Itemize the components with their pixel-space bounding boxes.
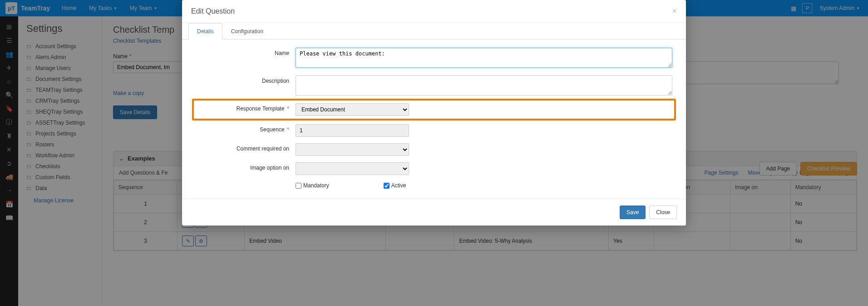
- modal-name-textarea[interactable]: Please view this document:: [296, 48, 672, 68]
- mandatory-checkbox-label[interactable]: Mandatory: [296, 182, 329, 189]
- modal-image-label: Image option on: [196, 162, 296, 171]
- tab-configuration[interactable]: Configuration: [222, 23, 272, 40]
- sequence-input[interactable]: [296, 124, 409, 137]
- comment-required-select[interactable]: [296, 143, 409, 156]
- tab-details[interactable]: Details: [188, 23, 222, 40]
- modal-comment-label: Comment required on: [196, 143, 296, 152]
- modal-name-label: Name: [196, 48, 296, 56]
- modal-description-label: Description: [196, 75, 296, 84]
- modal-header: Edit Question ×: [182, 0, 686, 23]
- modal-body: Name Please view this document: Descript…: [182, 40, 686, 199]
- modal-footer: Save Close: [182, 199, 686, 226]
- active-checkbox[interactable]: [384, 183, 390, 189]
- close-icon[interactable]: ×: [672, 6, 677, 16]
- response-template-highlight: Response Template* Embed Document: [192, 99, 676, 120]
- mandatory-checkbox[interactable]: [296, 183, 301, 189]
- modal-tabs: Details Configuration: [182, 23, 686, 40]
- active-checkbox-label[interactable]: Active: [384, 182, 406, 189]
- modal-title: Edit Question: [191, 7, 235, 15]
- modal-response-template-label: Response Template*: [196, 103, 296, 112]
- close-button[interactable]: Close: [649, 206, 677, 219]
- response-template-select[interactable]: Embed Document: [296, 103, 409, 116]
- edit-question-modal: Edit Question × Details Configuration Na…: [182, 0, 686, 226]
- image-option-select[interactable]: [296, 162, 409, 175]
- modal-description-textarea[interactable]: [296, 75, 672, 95]
- save-button[interactable]: Save: [620, 206, 646, 219]
- modal-sequence-label: Sequence*: [196, 124, 296, 133]
